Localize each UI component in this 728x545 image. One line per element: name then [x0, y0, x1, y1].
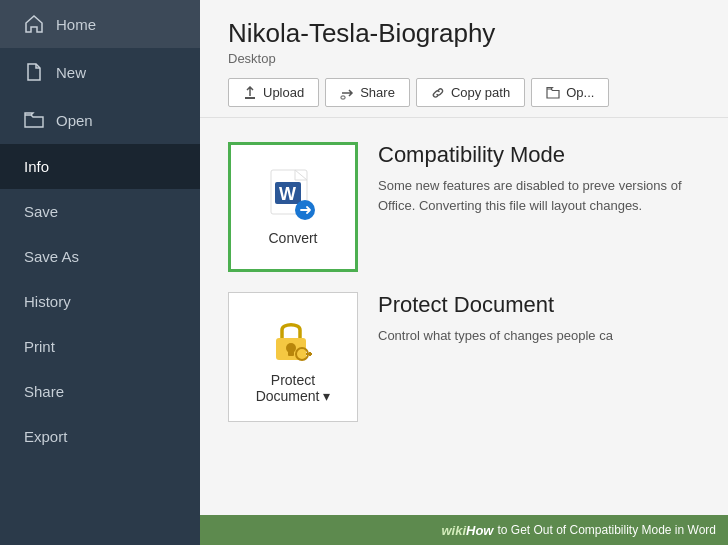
sidebar-item-print-label: Print: [24, 338, 55, 355]
sidebar-item-save-as[interactable]: Save As: [0, 234, 200, 279]
open-button[interactable]: Op...: [531, 78, 609, 107]
svg-text:W: W: [279, 184, 296, 204]
share-icon: [340, 86, 354, 100]
convert-label: Convert: [268, 230, 317, 246]
lock-icon: [268, 310, 318, 364]
protect-title: Protect Document: [378, 292, 613, 318]
sidebar-item-history[interactable]: History: [0, 279, 200, 324]
upload-icon: [243, 86, 257, 100]
sidebar: Home New Open Info Save Save As History …: [0, 0, 200, 545]
sidebar-item-info-label: Info: [24, 158, 49, 175]
sidebar-item-home-label: Home: [56, 16, 96, 33]
convert-button[interactable]: W Convert: [228, 142, 358, 272]
footer-logo: wikiHow: [441, 523, 493, 538]
sidebar-item-home[interactable]: Home: [0, 0, 200, 48]
svg-rect-0: [341, 96, 345, 99]
sidebar-item-print[interactable]: Print: [0, 324, 200, 369]
sidebar-item-save-as-label: Save As: [24, 248, 79, 265]
sidebar-item-open-label: Open: [56, 112, 93, 129]
convert-description: Some new features are disabled to preve …: [378, 176, 700, 215]
convert-title: Compatibility Mode: [378, 142, 700, 168]
sidebar-item-new-label: New: [56, 64, 86, 81]
new-doc-icon: [24, 62, 44, 82]
open-folder-icon: [24, 110, 44, 130]
protect-card: Protect Document ▾ Protect Document Cont…: [228, 292, 700, 422]
sidebar-item-history-label: History: [24, 293, 71, 310]
main-panel: Nikola-Tesla-Biography Desktop Upload Sh…: [200, 0, 728, 545]
sidebar-item-share-label: Share: [24, 383, 64, 400]
svg-rect-7: [288, 348, 294, 356]
protect-button[interactable]: Protect Document ▾: [228, 292, 358, 422]
sidebar-item-info[interactable]: Info: [0, 144, 200, 189]
word-convert-icon: W: [267, 168, 319, 222]
sidebar-item-new[interactable]: New: [0, 48, 200, 96]
sidebar-item-save[interactable]: Save: [0, 189, 200, 234]
upload-button[interactable]: Upload: [228, 78, 319, 107]
sidebar-item-save-label: Save: [24, 203, 58, 220]
convert-text: Compatibility Mode Some new features are…: [378, 142, 700, 215]
protect-label: Protect Document ▾: [256, 372, 331, 404]
link-icon: [431, 86, 445, 100]
footer-text: to Get Out of Compatibility Mode in Word: [497, 523, 716, 537]
page-subtitle: Desktop: [228, 51, 700, 66]
sidebar-item-export-label: Export: [24, 428, 67, 445]
copy-path-button[interactable]: Copy path: [416, 78, 525, 107]
sidebar-item-export[interactable]: Export: [0, 414, 200, 459]
sidebar-item-open[interactable]: Open: [0, 96, 200, 144]
protect-description: Control what types of changes people ca: [378, 326, 613, 346]
convert-card: W Convert Compatibility Mode Some new fe…: [228, 142, 700, 272]
header-actions: Upload Share Copy path: [228, 78, 700, 107]
folder-open-icon: [546, 87, 560, 99]
content-area: W Convert Compatibility Mode Some new fe…: [200, 118, 728, 515]
protect-text: Protect Document Control what types of c…: [378, 292, 613, 346]
share-button[interactable]: Share: [325, 78, 410, 107]
page-title: Nikola-Tesla-Biography: [228, 18, 700, 49]
sidebar-item-share[interactable]: Share: [0, 369, 200, 414]
footer-bar: wikiHow to Get Out of Compatibility Mode…: [200, 515, 728, 545]
home-icon: [24, 14, 44, 34]
header: Nikola-Tesla-Biography Desktop Upload Sh…: [200, 0, 728, 118]
